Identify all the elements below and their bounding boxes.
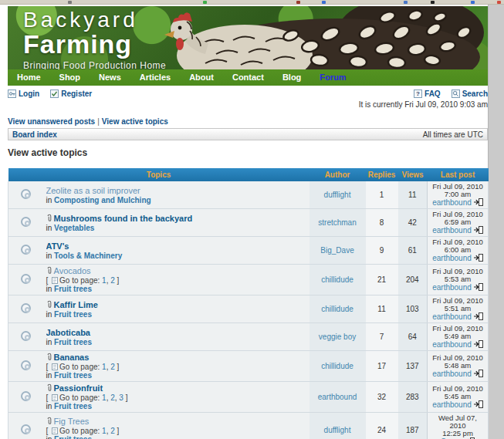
last-post-user-link[interactable]: earthbound [432,254,472,262]
topic-title-link[interactable]: Kaffir Lime [54,300,98,309]
topic-title-link[interactable]: Bananas [54,353,90,362]
author-link[interactable]: veggie boy [319,333,356,341]
goto-page-link[interactable]: 2 [110,427,115,435]
author-link[interactable]: earthbound [318,393,357,401]
goto-page-link[interactable]: 2 [110,363,115,371]
login-icon [8,89,16,98]
view-active-topics-link[interactable]: View active topics [102,117,168,126]
last-post-user-link[interactable]: earthbound [432,370,472,378]
latest-post-icon[interactable] [474,254,483,262]
table-row: ATV'sin Tools & MachineryBig_Dave961Fri … [8,237,489,265]
category-link[interactable]: Fruit trees [54,285,92,293]
login-link[interactable]: Login [8,89,39,98]
search-label: Search [462,89,488,98]
current-time-text: It is currently Fri Jul 09, 2010 9:03 am [8,100,488,110]
category-link[interactable]: Composting and Mulching [54,196,151,204]
topic-title-link[interactable]: Zeolite as a soil improver [46,186,140,195]
latest-post-icon[interactable] [474,370,483,377]
author-link[interactable]: chillidude [321,305,353,313]
category-link[interactable]: Fruit trees [54,435,92,439]
replies-count: 8 [366,209,398,237]
latest-post-icon[interactable] [474,400,483,408]
browser-toolbar-icon [296,1,300,4]
goto-page-link[interactable]: 1 [102,427,107,435]
view-unanswered-posts-link[interactable]: View unanswered posts [8,117,95,126]
topic-title-link[interactable]: ATV's [46,241,69,251]
category-prefix: in [46,402,55,410]
faq-icon: ? [414,89,422,98]
main-nav: HomeShopNewsArticlesAboutContactBlogForu… [8,69,488,86]
faq-link[interactable]: ? FAQ [414,89,441,98]
category-link[interactable]: Fruit trees [54,371,92,380]
attachment-icon [46,266,52,275]
last-post-date: Wed Jul 07, 2010 [431,414,485,430]
category-prefix: in [46,285,55,293]
browser-toolbar-icon [497,1,501,4]
author-link[interactable]: stretchman [318,218,356,227]
latest-post-icon[interactable] [474,198,483,206]
category-link[interactable]: Fruit trees [54,310,92,319]
goto-page-link[interactable]: 1 [102,363,107,371]
category-link[interactable]: Tools & Machinery [54,252,122,260]
last-post-time: 6:00 am [431,246,485,254]
author-link[interactable]: Big_Dave [320,246,353,255]
category-prefix: in [46,196,55,204]
last-post-user-link[interactable]: earthbound [432,340,472,349]
search-link[interactable]: Search [452,89,488,98]
replies-count: 17 [366,351,398,382]
views-count: 283 [398,382,428,413]
nav-item-forum[interactable]: Forum [310,69,355,86]
topic-title-link[interactable]: Mushrooms found in the backyard [54,214,193,223]
last-post-time: 5:45 am [431,393,485,400]
nav-item-contact[interactable]: Contact [223,69,273,86]
register-icon [50,89,59,98]
topic-title-link[interactable]: Avocados [54,266,91,275]
latest-post-icon[interactable] [474,312,483,320]
board-index-link[interactable]: Board index [12,130,57,139]
views-count: 103 [398,295,428,323]
replies-count: 7 [366,323,398,351]
table-row: Avocados[ Go to page: 1, 2 ]in Fruit tre… [8,265,489,295]
latest-post-icon[interactable] [474,283,483,291]
topic-status-icon [21,189,31,199]
column-header-replies: Replies [366,168,398,181]
latest-post-icon[interactable] [474,340,483,348]
goto-page-link[interactable]: 2 [110,276,115,285]
goto-page-link[interactable]: 3 [119,393,123,402]
author-link[interactable]: chillidude [321,275,353,284]
goto-page-link[interactable]: 2 [110,393,115,402]
column-header-author: Author [310,168,366,181]
category-link[interactable]: Fruit trees [54,338,92,346]
author-link[interactable]: dufflight [324,426,351,434]
nav-item-about[interactable]: About [180,69,223,86]
goto-page-link[interactable]: 1 [102,276,107,285]
category-link[interactable]: Vegetables [54,224,94,232]
topic-title-link[interactable]: Fig Trees [54,417,90,426]
views-count: 187 [398,413,428,439]
last-post-user-link[interactable]: earthbound [432,226,472,235]
last-post-time: 7:00 am [431,191,485,198]
nav-item-shop[interactable]: Shop [50,69,90,86]
goto-page-link[interactable]: 1 [102,393,107,402]
column-header-views: Views [398,168,428,181]
nav-item-home[interactable]: Home [8,69,50,86]
last-post-user-link[interactable]: earthbound [432,283,472,292]
latest-post-icon[interactable] [474,226,483,234]
register-link[interactable]: Register [50,89,92,98]
last-post-user-link[interactable]: earthbound [432,198,472,207]
nav-item-articles[interactable]: Articles [130,69,180,86]
author-link[interactable]: dufflight [324,191,351,199]
category-link[interactable]: Fruit trees [54,402,92,410]
column-header-topics: Topics [8,168,310,181]
last-post-user-link[interactable]: earthbound [432,312,472,321]
topic-title-link[interactable]: Jaboticaba [46,328,90,337]
category-prefix: in [46,310,55,319]
last-post-user-link[interactable]: earthbound [432,400,472,409]
topic-title-link[interactable]: Passionfruit [54,383,103,393]
replies-count: 32 [366,382,398,413]
author-link[interactable]: chillidude [321,362,353,370]
nav-item-news[interactable]: News [90,69,130,86]
nav-item-blog[interactable]: Blog [273,69,310,86]
topics-table: Topics Author Replies Views Last post Ze… [8,168,489,439]
table-row: Jaboticabain Fruit treesveggie boy764Fri… [8,323,489,351]
